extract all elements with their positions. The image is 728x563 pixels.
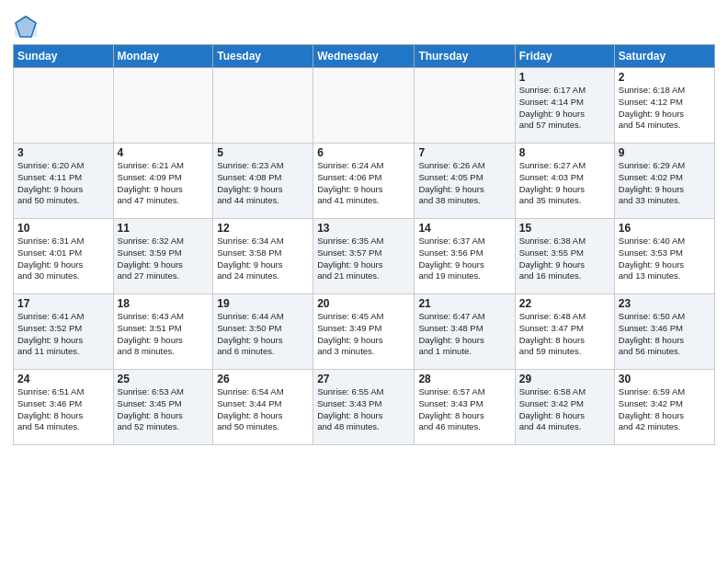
day-number: 2: [619, 71, 711, 84]
calendar-cell: 25Sunrise: 6:53 AM Sunset: 3:45 PM Dayli…: [113, 370, 213, 445]
day-info: Sunrise: 6:53 AM Sunset: 3:45 PM Dayligh…: [118, 386, 210, 433]
day-number: 23: [619, 297, 711, 310]
calendar-cell: 21Sunrise: 6:47 AM Sunset: 3:48 PM Dayli…: [415, 294, 515, 370]
calendar-week-1: 1Sunrise: 6:17 AM Sunset: 4:14 PM Daylig…: [14, 68, 715, 144]
calendar-cell: 12Sunrise: 6:34 AM Sunset: 3:58 PM Dayli…: [213, 219, 313, 294]
day-number: 28: [418, 373, 510, 385]
day-info: Sunrise: 6:21 AM Sunset: 4:09 PM Dayligh…: [118, 160, 210, 207]
day-info: Sunrise: 6:57 AM Sunset: 3:43 PM Dayligh…: [418, 386, 510, 433]
day-number: 18: [118, 297, 210, 310]
day-info: Sunrise: 6:32 AM Sunset: 3:59 PM Dayligh…: [118, 236, 210, 282]
calendar-cell: 27Sunrise: 6:55 AM Sunset: 3:43 PM Dayli…: [313, 370, 415, 445]
column-header-tuesday: Tuesday: [213, 45, 313, 68]
calendar-cell: 28Sunrise: 6:57 AM Sunset: 3:43 PM Dayli…: [415, 370, 515, 445]
day-info: Sunrise: 6:31 AM Sunset: 4:01 PM Dayligh…: [17, 236, 109, 282]
column-header-wednesday: Wednesday: [313, 45, 415, 68]
calendar-cell: [415, 68, 515, 144]
calendar-cell: 9Sunrise: 6:29 AM Sunset: 4:02 PM Daylig…: [614, 144, 714, 219]
day-info: Sunrise: 6:17 AM Sunset: 4:14 PM Dayligh…: [519, 85, 610, 132]
calendar-cell: 24Sunrise: 6:51 AM Sunset: 3:46 PM Dayli…: [14, 370, 114, 445]
day-info: Sunrise: 6:29 AM Sunset: 4:02 PM Dayligh…: [619, 160, 711, 207]
calendar-header-row: SundayMondayTuesdayWednesdayThursdayFrid…: [14, 45, 715, 68]
calendar-cell: 14Sunrise: 6:37 AM Sunset: 3:56 PM Dayli…: [415, 219, 515, 294]
day-number: 3: [17, 146, 109, 159]
day-number: 14: [418, 222, 510, 235]
logo-icon: [13, 13, 39, 39]
calendar-cell: [313, 68, 415, 144]
calendar-cell: 1Sunrise: 6:17 AM Sunset: 4:14 PM Daylig…: [515, 68, 614, 144]
day-info: Sunrise: 6:18 AM Sunset: 4:12 PM Dayligh…: [619, 85, 711, 132]
calendar-cell: 18Sunrise: 6:43 AM Sunset: 3:51 PM Dayli…: [113, 294, 213, 370]
day-number: 7: [418, 146, 510, 159]
calendar-cell: [14, 68, 114, 144]
calendar-cell: 13Sunrise: 6:35 AM Sunset: 3:57 PM Dayli…: [313, 219, 415, 294]
day-number: 26: [217, 373, 309, 385]
day-number: 11: [118, 222, 210, 235]
day-number: 25: [118, 373, 210, 385]
calendar-cell: [213, 68, 313, 144]
column-header-thursday: Thursday: [415, 45, 515, 68]
calendar-cell: 30Sunrise: 6:59 AM Sunset: 3:42 PM Dayli…: [614, 370, 714, 445]
calendar-cell: 20Sunrise: 6:45 AM Sunset: 3:49 PM Dayli…: [313, 294, 415, 370]
calendar-table: SundayMondayTuesdayWednesdayThursdayFrid…: [13, 44, 715, 445]
day-number: 15: [519, 222, 610, 235]
calendar-cell: 10Sunrise: 6:31 AM Sunset: 4:01 PM Dayli…: [14, 219, 114, 294]
day-info: Sunrise: 6:44 AM Sunset: 3:50 PM Dayligh…: [217, 311, 309, 358]
calendar-cell: 5Sunrise: 6:23 AM Sunset: 4:08 PM Daylig…: [213, 144, 313, 219]
day-info: Sunrise: 6:26 AM Sunset: 4:05 PM Dayligh…: [418, 160, 510, 207]
calendar-cell: 3Sunrise: 6:20 AM Sunset: 4:11 PM Daylig…: [14, 144, 114, 219]
day-number: 24: [17, 373, 109, 385]
day-number: 20: [317, 297, 410, 310]
calendar-cell: 23Sunrise: 6:50 AM Sunset: 3:46 PM Dayli…: [614, 294, 714, 370]
calendar-week-4: 17Sunrise: 6:41 AM Sunset: 3:52 PM Dayli…: [14, 294, 715, 370]
header: [13, 9, 715, 39]
logo: [13, 13, 41, 39]
day-number: 17: [17, 297, 109, 310]
day-number: 19: [217, 297, 309, 310]
calendar-cell: 26Sunrise: 6:54 AM Sunset: 3:44 PM Dayli…: [213, 370, 313, 445]
calendar-week-5: 24Sunrise: 6:51 AM Sunset: 3:46 PM Dayli…: [14, 370, 715, 445]
column-header-friday: Friday: [515, 45, 614, 68]
calendar-cell: 6Sunrise: 6:24 AM Sunset: 4:06 PM Daylig…: [313, 144, 415, 219]
day-info: Sunrise: 6:54 AM Sunset: 3:44 PM Dayligh…: [217, 386, 309, 433]
day-info: Sunrise: 6:23 AM Sunset: 4:08 PM Dayligh…: [217, 160, 309, 207]
day-info: Sunrise: 6:27 AM Sunset: 4:03 PM Dayligh…: [519, 160, 610, 207]
day-number: 5: [217, 146, 309, 159]
day-info: Sunrise: 6:55 AM Sunset: 3:43 PM Dayligh…: [317, 386, 410, 433]
day-info: Sunrise: 6:35 AM Sunset: 3:57 PM Dayligh…: [317, 236, 410, 282]
day-info: Sunrise: 6:24 AM Sunset: 4:06 PM Dayligh…: [317, 160, 410, 207]
day-info: Sunrise: 6:58 AM Sunset: 3:42 PM Dayligh…: [519, 386, 610, 433]
calendar-cell: [113, 68, 213, 144]
day-info: Sunrise: 6:20 AM Sunset: 4:11 PM Dayligh…: [17, 160, 109, 207]
calendar-cell: 29Sunrise: 6:58 AM Sunset: 3:42 PM Dayli…: [515, 370, 614, 445]
page-container: SundayMondayTuesdayWednesdayThursdayFrid…: [0, 0, 728, 453]
day-info: Sunrise: 6:47 AM Sunset: 3:48 PM Dayligh…: [418, 311, 510, 358]
day-number: 16: [619, 222, 711, 235]
day-number: 8: [519, 146, 610, 159]
day-info: Sunrise: 6:48 AM Sunset: 3:47 PM Dayligh…: [519, 311, 610, 358]
day-number: 27: [317, 373, 410, 385]
day-info: Sunrise: 6:45 AM Sunset: 3:49 PM Dayligh…: [317, 311, 410, 358]
day-number: 1: [519, 71, 610, 84]
calendar-cell: 19Sunrise: 6:44 AM Sunset: 3:50 PM Dayli…: [213, 294, 313, 370]
day-info: Sunrise: 6:51 AM Sunset: 3:46 PM Dayligh…: [17, 386, 109, 433]
calendar-week-2: 3Sunrise: 6:20 AM Sunset: 4:11 PM Daylig…: [14, 144, 715, 219]
day-number: 21: [418, 297, 510, 310]
day-info: Sunrise: 6:37 AM Sunset: 3:56 PM Dayligh…: [418, 236, 510, 282]
day-number: 6: [317, 146, 410, 159]
calendar-cell: 2Sunrise: 6:18 AM Sunset: 4:12 PM Daylig…: [614, 68, 714, 144]
calendar-cell: 15Sunrise: 6:38 AM Sunset: 3:55 PM Dayli…: [515, 219, 614, 294]
day-info: Sunrise: 6:41 AM Sunset: 3:52 PM Dayligh…: [17, 311, 109, 358]
day-number: 22: [519, 297, 610, 310]
calendar-cell: 8Sunrise: 6:27 AM Sunset: 4:03 PM Daylig…: [515, 144, 614, 219]
column-header-saturday: Saturday: [614, 45, 714, 68]
calendar-cell: 22Sunrise: 6:48 AM Sunset: 3:47 PM Dayli…: [515, 294, 614, 370]
day-info: Sunrise: 6:38 AM Sunset: 3:55 PM Dayligh…: [519, 236, 610, 282]
day-number: 10: [17, 222, 109, 235]
day-number: 29: [519, 373, 610, 385]
calendar-cell: 7Sunrise: 6:26 AM Sunset: 4:05 PM Daylig…: [415, 144, 515, 219]
day-info: Sunrise: 6:50 AM Sunset: 3:46 PM Dayligh…: [619, 311, 711, 358]
day-number: 13: [317, 222, 410, 235]
column-header-monday: Monday: [113, 45, 213, 68]
day-number: 30: [619, 373, 711, 385]
